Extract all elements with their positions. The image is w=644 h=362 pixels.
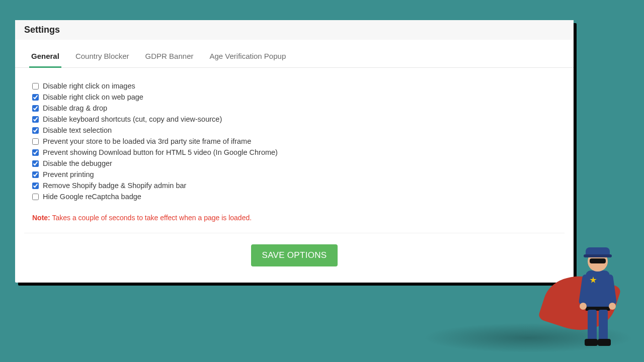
tab-country-blocker[interactable]: Country Blocker [73, 45, 131, 68]
option-label: Disable the debugger [43, 159, 112, 167]
settings-panel-shadow: Settings GeneralCountry BlockerGDPR Bann… [18, 23, 577, 286]
option-row[interactable]: Prevent your store to be loaded via 3rd … [32, 137, 556, 145]
option-checkbox[interactable] [32, 94, 39, 101]
option-checkbox[interactable] [32, 171, 39, 178]
mascot-illustration [558, 246, 639, 352]
option-row[interactable]: Hide Google reCaptcha badge [32, 193, 556, 201]
option-row[interactable]: Disable keyboard shortcuts (cut, copy an… [32, 115, 556, 123]
option-row[interactable]: Disable the debugger [32, 159, 556, 167]
tab-age-verification-popup[interactable]: Age Verification Popup [207, 45, 288, 68]
page-title: Settings [24, 25, 565, 35]
note-body: Takes a couple of seconds to take effect… [50, 214, 252, 222]
option-label: Prevent showing Download button for HTML… [43, 148, 278, 156]
option-label: Hide Google reCaptcha badge [43, 193, 141, 201]
option-label: Disable right click on web page [43, 93, 143, 101]
option-checkbox[interactable] [32, 194, 39, 200]
option-row[interactable]: Disable text selection [32, 126, 556, 134]
option-label: Disable keyboard shortcuts (cut, copy an… [43, 115, 222, 123]
option-row[interactable]: Prevent showing Download button for HTML… [32, 148, 556, 156]
save-options-button[interactable]: SAVE OPTIONS [251, 244, 338, 266]
option-checkbox[interactable] [32, 149, 39, 156]
option-row[interactable]: Disable right click on web page [32, 93, 556, 101]
option-checkbox[interactable] [32, 83, 39, 89]
option-checkbox[interactable] [32, 138, 39, 145]
option-label: Disable right click on images [43, 82, 135, 90]
option-checkbox[interactable] [32, 116, 39, 123]
option-checkbox[interactable] [32, 160, 39, 167]
option-checkbox[interactable] [32, 127, 39, 134]
option-label: Disable drag & drop [43, 104, 107, 112]
note-label: Note: [32, 214, 50, 222]
save-wrap: SAVE OPTIONS [15, 233, 574, 283]
tabs-bar: GeneralCountry BlockerGDPR BannerAge Ver… [15, 45, 574, 68]
settings-panel: Settings GeneralCountry BlockerGDPR Bann… [15, 20, 574, 283]
option-row[interactable]: Prevent printing [32, 170, 556, 178]
option-row[interactable]: Remove Shopify badge & Shopify admin bar [32, 182, 556, 190]
option-row[interactable]: Disable drag & drop [32, 104, 556, 112]
option-label: Prevent printing [43, 170, 94, 178]
tab-general[interactable]: General [29, 45, 61, 68]
panel-header: Settings [15, 20, 574, 40]
note-text: Note: Takes a couple of seconds to take … [32, 214, 556, 222]
option-checkbox[interactable] [32, 183, 39, 189]
option-label: Prevent your store to be loaded via 3rd … [43, 137, 251, 145]
option-label: Disable text selection [43, 126, 112, 134]
tab-gdpr-banner[interactable]: GDPR Banner [143, 45, 196, 68]
option-label: Remove Shopify badge & Shopify admin bar [43, 182, 186, 190]
option-checkbox[interactable] [32, 105, 39, 112]
options-list: Disable right click on imagesDisable rig… [15, 68, 574, 207]
option-row[interactable]: Disable right click on images [32, 82, 556, 90]
